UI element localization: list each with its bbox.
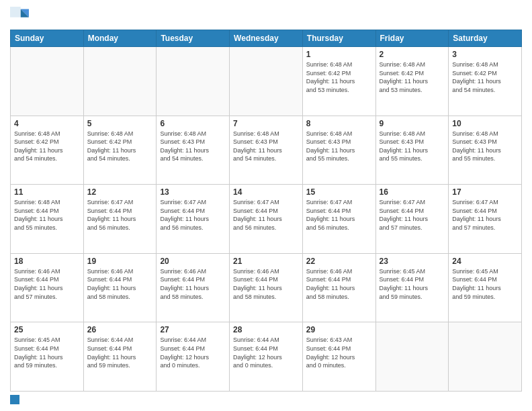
day-number: 9: [380, 119, 445, 128]
day-number: 27: [160, 325, 226, 334]
day-info: Sunrise: 6:48 AM Sunset: 6:42 PM Dayligh…: [14, 130, 80, 163]
calendar-cell: 12Sunrise: 6:47 AM Sunset: 6:44 PM Dayli…: [83, 185, 157, 254]
calendar-cell: 24Sunrise: 6:45 AM Sunset: 6:44 PM Dayli…: [449, 253, 522, 322]
day-info: Sunrise: 6:47 AM Sunset: 6:44 PM Dayligh…: [380, 198, 445, 232]
calendar-cell: 13Sunrise: 6:47 AM Sunset: 6:44 PM Dayli…: [157, 185, 230, 254]
day-info: Sunrise: 6:46 AM Sunset: 6:44 PM Dayligh…: [160, 267, 226, 301]
calendar-cell: 29Sunrise: 6:43 AM Sunset: 6:44 PM Dayli…: [302, 322, 375, 392]
weekday-header: Saturday: [449, 30, 522, 47]
calendar-cell: 5Sunrise: 6:48 AM Sunset: 6:42 PM Daylig…: [83, 116, 157, 185]
calendar-cell: 6Sunrise: 6:48 AM Sunset: 6:43 PM Daylig…: [157, 116, 230, 185]
day-number: 12: [87, 187, 153, 197]
calendar-cell: [11, 47, 84, 116]
day-number: 25: [14, 325, 80, 334]
day-info: Sunrise: 6:44 AM Sunset: 6:44 PM Dayligh…: [160, 336, 226, 369]
day-info: Sunrise: 6:48 AM Sunset: 6:43 PM Dayligh…: [160, 130, 226, 163]
day-number: 17: [452, 187, 518, 197]
day-number: 6: [160, 119, 226, 128]
day-number: 20: [160, 257, 226, 266]
day-number: 7: [233, 119, 299, 128]
calendar-cell: [375, 322, 449, 392]
day-number: 24: [452, 257, 518, 266]
day-info: Sunrise: 6:44 AM Sunset: 6:44 PM Dayligh…: [233, 336, 299, 369]
calendar-cell: 4Sunrise: 6:48 AM Sunset: 6:42 PM Daylig…: [11, 116, 84, 185]
calendar-week-row: 4Sunrise: 6:48 AM Sunset: 6:42 PM Daylig…: [11, 116, 522, 185]
weekday-header: Sunday: [11, 30, 84, 47]
day-info: Sunrise: 6:46 AM Sunset: 6:44 PM Dayligh…: [233, 267, 299, 301]
calendar-cell: 1Sunrise: 6:48 AM Sunset: 6:42 PM Daylig…: [302, 47, 375, 116]
day-info: Sunrise: 6:46 AM Sunset: 6:44 PM Dayligh…: [306, 267, 372, 301]
calendar-cell: 7Sunrise: 6:48 AM Sunset: 6:43 PM Daylig…: [230, 116, 303, 185]
calendar-cell: 22Sunrise: 6:46 AM Sunset: 6:44 PM Dayli…: [302, 253, 375, 322]
legend-color-box: [10, 395, 19, 404]
day-info: Sunrise: 6:48 AM Sunset: 6:43 PM Dayligh…: [233, 130, 299, 163]
calendar-week-row: 18Sunrise: 6:46 AM Sunset: 6:44 PM Dayli…: [11, 253, 522, 322]
calendar-cell: 23Sunrise: 6:45 AM Sunset: 6:44 PM Dayli…: [375, 253, 449, 322]
day-number: 19: [87, 257, 153, 266]
day-info: Sunrise: 6:48 AM Sunset: 6:42 PM Dayligh…: [380, 60, 445, 94]
page: SundayMondayTuesdayWednesdayThursdayFrid…: [0, 0, 532, 411]
calendar-cell: 10Sunrise: 6:48 AM Sunset: 6:43 PM Dayli…: [449, 116, 522, 185]
day-number: 29: [306, 325, 372, 334]
svg-rect-3: [10, 7, 21, 17]
day-info: Sunrise: 6:47 AM Sunset: 6:44 PM Dayligh…: [160, 198, 226, 232]
day-number: 16: [380, 187, 445, 197]
day-info: Sunrise: 6:45 AM Sunset: 6:44 PM Dayligh…: [14, 336, 80, 369]
calendar-week-row: 25Sunrise: 6:45 AM Sunset: 6:44 PM Dayli…: [11, 322, 522, 392]
logo: [10, 7, 32, 26]
calendar-cell: 2Sunrise: 6:48 AM Sunset: 6:42 PM Daylig…: [375, 47, 449, 116]
day-number: 13: [160, 187, 226, 197]
calendar-cell: 25Sunrise: 6:45 AM Sunset: 6:44 PM Dayli…: [11, 322, 84, 392]
calendar-header-row: SundayMondayTuesdayWednesdayThursdayFrid…: [11, 30, 522, 47]
calendar-cell: 17Sunrise: 6:47 AM Sunset: 6:44 PM Dayli…: [449, 185, 522, 254]
calendar-week-row: 11Sunrise: 6:48 AM Sunset: 6:44 PM Dayli…: [11, 185, 522, 254]
calendar-cell: 21Sunrise: 6:46 AM Sunset: 6:44 PM Dayli…: [230, 253, 303, 322]
calendar-cell: 3Sunrise: 6:48 AM Sunset: 6:42 PM Daylig…: [449, 47, 522, 116]
weekday-header: Monday: [83, 30, 157, 47]
day-info: Sunrise: 6:47 AM Sunset: 6:44 PM Dayligh…: [87, 198, 153, 232]
day-number: 1: [306, 50, 372, 59]
day-number: 28: [233, 325, 299, 334]
day-info: Sunrise: 6:48 AM Sunset: 6:42 PM Dayligh…: [306, 60, 372, 94]
legend: [10, 395, 522, 404]
calendar-cell: 15Sunrise: 6:47 AM Sunset: 6:44 PM Dayli…: [302, 185, 375, 254]
day-number: 21: [233, 257, 299, 266]
day-number: 5: [87, 119, 153, 128]
weekday-header: Tuesday: [157, 30, 230, 47]
day-number: 4: [14, 119, 80, 128]
day-info: Sunrise: 6:46 AM Sunset: 6:44 PM Dayligh…: [87, 267, 153, 301]
day-info: Sunrise: 6:48 AM Sunset: 6:43 PM Dayligh…: [380, 130, 445, 163]
day-number: 18: [14, 257, 80, 266]
weekday-header: Wednesday: [230, 30, 303, 47]
day-info: Sunrise: 6:48 AM Sunset: 6:43 PM Dayligh…: [452, 130, 518, 163]
day-info: Sunrise: 6:48 AM Sunset: 6:42 PM Dayligh…: [452, 60, 518, 94]
calendar-cell: [83, 47, 157, 116]
day-info: Sunrise: 6:47 AM Sunset: 6:44 PM Dayligh…: [233, 198, 299, 232]
calendar-cell: [157, 47, 230, 116]
day-number: 22: [306, 257, 372, 266]
weekday-header: Friday: [375, 30, 449, 47]
day-info: Sunrise: 6:44 AM Sunset: 6:44 PM Dayligh…: [87, 336, 153, 369]
calendar-cell: 19Sunrise: 6:46 AM Sunset: 6:44 PM Dayli…: [83, 253, 157, 322]
day-number: 14: [233, 187, 299, 197]
calendar-cell: 27Sunrise: 6:44 AM Sunset: 6:44 PM Dayli…: [157, 322, 230, 392]
calendar-table: SundayMondayTuesdayWednesdayThursdayFrid…: [10, 30, 522, 392]
weekday-header: Thursday: [302, 30, 375, 47]
day-number: 11: [14, 187, 80, 197]
day-info: Sunrise: 6:46 AM Sunset: 6:44 PM Dayligh…: [14, 267, 80, 301]
day-info: Sunrise: 6:45 AM Sunset: 6:44 PM Dayligh…: [452, 267, 518, 301]
day-number: 26: [87, 325, 153, 334]
calendar-cell: 11Sunrise: 6:48 AM Sunset: 6:44 PM Dayli…: [11, 185, 84, 254]
header: [10, 7, 522, 26]
calendar-cell: 20Sunrise: 6:46 AM Sunset: 6:44 PM Dayli…: [157, 253, 230, 322]
calendar-week-row: 1Sunrise: 6:48 AM Sunset: 6:42 PM Daylig…: [11, 47, 522, 116]
day-number: 10: [452, 119, 518, 128]
day-info: Sunrise: 6:47 AM Sunset: 6:44 PM Dayligh…: [452, 198, 518, 232]
day-number: 8: [306, 119, 372, 128]
calendar-cell: 8Sunrise: 6:48 AM Sunset: 6:43 PM Daylig…: [302, 116, 375, 185]
day-number: 3: [452, 50, 518, 59]
day-info: Sunrise: 6:45 AM Sunset: 6:44 PM Dayligh…: [380, 267, 445, 301]
day-info: Sunrise: 6:47 AM Sunset: 6:44 PM Dayligh…: [306, 198, 372, 232]
calendar-cell: 16Sunrise: 6:47 AM Sunset: 6:44 PM Dayli…: [375, 185, 449, 254]
calendar-cell: [230, 47, 303, 116]
